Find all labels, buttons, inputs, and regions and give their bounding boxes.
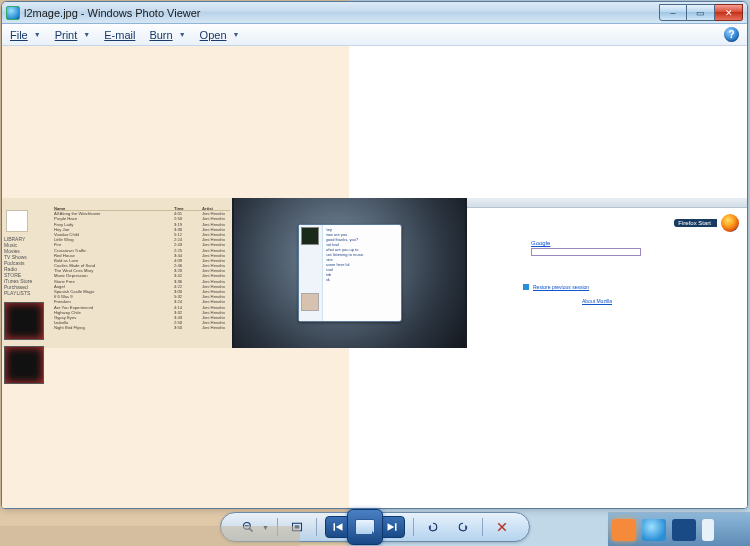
svg-rect-5 xyxy=(333,523,335,531)
maximize-button[interactable]: ▭ xyxy=(687,4,715,21)
help-icon[interactable]: ? xyxy=(724,27,739,42)
itunes-track-list: NameTimeArtistAll Along the Watchtower4:… xyxy=(54,206,230,344)
screenshot-panel-desktop: heyhow are yougood thanks, you?not badwh… xyxy=(234,198,467,348)
close-button[interactable]: ✕ xyxy=(715,4,743,21)
restore-session-link: Restore previous session xyxy=(533,284,589,290)
chevron-down-icon: ▼ xyxy=(233,31,240,38)
avatar xyxy=(301,293,319,311)
search-input xyxy=(531,248,641,256)
next-icon xyxy=(386,521,398,533)
separator xyxy=(413,518,414,536)
chat-messages: heyhow are yougood thanks, you?not badwh… xyxy=(323,225,401,321)
svg-rect-7 xyxy=(395,523,397,531)
cell: Jimi Hendrix xyxy=(202,325,230,330)
titlebar[interactable]: l2mage.jpg - Windows Photo Viewer – ▭ ✕ xyxy=(2,2,747,24)
taskbar-glimpse-right xyxy=(608,512,750,546)
cell: Night Bird Flying xyxy=(54,325,174,330)
restore-icon xyxy=(523,284,529,290)
chevron-down-icon: ▼ xyxy=(34,31,41,38)
taskbar-app-icon[interactable] xyxy=(702,519,714,541)
chevron-down-icon: ▼ xyxy=(179,31,186,38)
itunes-sidebar: LIBRARYMusicMoviesTV ShowsPodcastsRadioS… xyxy=(4,208,50,344)
separator xyxy=(316,518,317,536)
window-controls: – ▭ ✕ xyxy=(659,4,743,21)
app-icon xyxy=(6,6,20,20)
menu-file[interactable]: File▼ xyxy=(10,29,41,41)
photo-viewer-window: l2mage.jpg - Windows Photo Viewer – ▭ ✕ … xyxy=(1,1,748,509)
delete-button[interactable] xyxy=(491,516,513,538)
next-image-button[interactable] xyxy=(382,517,402,537)
menu-burn[interactable]: Burn▼ xyxy=(149,29,185,41)
google-link: Google xyxy=(531,240,641,246)
svg-marker-8 xyxy=(387,523,394,531)
taskbar-app-icon[interactable] xyxy=(642,519,666,541)
firefox-toolbar xyxy=(467,198,747,208)
screenshot-panel-itunes: LIBRARYMusicMoviesTV ShowsPodcastsRadioS… xyxy=(2,198,234,348)
menu-print[interactable]: Print▼ xyxy=(55,29,91,41)
screenshot-panel-firefox: Firefox Start Google Restore previous se… xyxy=(467,198,747,348)
slideshow-icon xyxy=(355,519,375,535)
taskbar-glimpse-left xyxy=(0,526,300,546)
firefox-logo-icon xyxy=(721,214,739,232)
chat-line: ok xyxy=(326,277,398,282)
menu-email[interactable]: E-mail xyxy=(104,29,135,41)
rotate-ccw-button[interactable] xyxy=(422,516,444,538)
rotate-cw-button[interactable] xyxy=(452,516,474,538)
firefox-search-area: Google xyxy=(531,240,641,256)
chat-window: heyhow are yougood thanks, you?not badwh… xyxy=(298,224,402,322)
navigation-group xyxy=(325,516,405,538)
menu-open[interactable]: Open▼ xyxy=(200,29,240,41)
chevron-down-icon: ▼ xyxy=(83,31,90,38)
previous-icon xyxy=(332,521,344,533)
svg-marker-6 xyxy=(336,523,343,531)
album-art-placeholder xyxy=(6,210,28,232)
album-thumbnail xyxy=(4,346,44,384)
separator xyxy=(482,518,483,536)
rotate-cw-icon xyxy=(457,521,469,533)
taskbar-app-icon[interactable] xyxy=(612,519,636,541)
minimize-button[interactable]: – xyxy=(659,4,687,21)
menubar: File▼ Print▼ E-mail Burn▼ Open▼ ? xyxy=(2,24,747,46)
about-mozilla-link: About Mozilla xyxy=(582,298,612,304)
delete-x-icon xyxy=(496,521,508,533)
avatar xyxy=(301,227,319,245)
taskbar-app-icon[interactable] xyxy=(672,519,696,541)
window-title: l2mage.jpg - Windows Photo Viewer xyxy=(24,7,659,19)
cell: 3:50 xyxy=(174,325,202,330)
displayed-image: LIBRARYMusicMoviesTV ShowsPodcastsRadioS… xyxy=(2,198,747,348)
slideshow-button[interactable] xyxy=(347,509,383,545)
album-thumbnail xyxy=(4,302,44,340)
image-viewport: LIBRARYMusicMoviesTV ShowsPodcastsRadioS… xyxy=(2,46,747,508)
rotate-ccw-icon xyxy=(427,521,439,533)
sidebar-item: PLAYLISTS xyxy=(4,290,50,296)
previous-image-button[interactable] xyxy=(328,517,348,537)
firefox-brand: Firefox Start xyxy=(674,214,739,232)
